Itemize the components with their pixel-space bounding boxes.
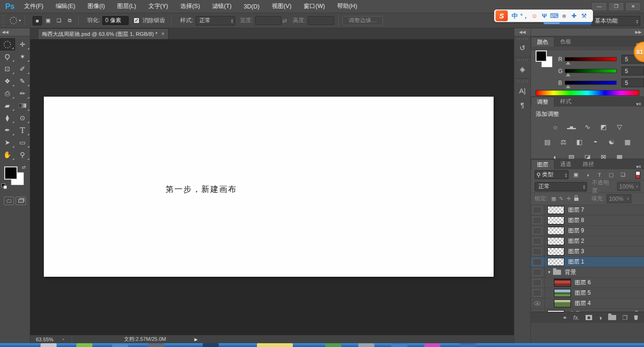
tab-swatches[interactable]: 色板 (554, 37, 577, 47)
tab-paths[interactable]: 路径 (577, 159, 600, 169)
dock-collapse-header[interactable]: ▶▶ (531, 28, 644, 36)
visibility-toggle[interactable] (533, 289, 542, 297)
tab-styles[interactable]: 样式 (554, 97, 577, 107)
tab-adjustments[interactable]: 调整 (531, 97, 554, 107)
green-slider[interactable] (565, 69, 617, 73)
taskbar-app[interactable] (148, 343, 164, 347)
layer-thumbnail[interactable] (554, 289, 571, 297)
tab-channels[interactable]: 通道 (554, 159, 577, 169)
punctuation-mode-icon[interactable]: °， (520, 12, 529, 20)
chinese-english-toggle-icon[interactable]: 中 (510, 12, 520, 20)
swap-dimensions-icon[interactable]: ⇄ (282, 17, 287, 24)
menu-view[interactable]: 视图(V) (265, 0, 297, 13)
menu-filter[interactable]: 滤镜(T) (206, 0, 238, 13)
strip-collapse-header[interactable]: ◀◀ (514, 28, 530, 36)
elliptical-marquee-tool[interactable] (0, 38, 15, 50)
menu-3d[interactable]: 3D(D) (238, 0, 265, 13)
menu-window[interactable]: 窗口(W) (297, 0, 331, 13)
layer-row[interactable]: 图层 8 (531, 215, 644, 226)
windows-taskbar[interactable] (0, 343, 644, 347)
opacity-dropdown[interactable]: 100% ▾ (617, 182, 640, 191)
default-colors-icon[interactable] (1, 183, 8, 189)
taskbar-app[interactable] (424, 343, 440, 347)
subtract-from-selection-button[interactable]: ❏ (54, 16, 64, 25)
channel-mixer-icon[interactable]: ☯ (606, 138, 617, 146)
visibility-toggle[interactable] (533, 217, 542, 224)
feather-input[interactable]: 0 像素 (102, 16, 129, 25)
layer-row[interactable]: 图层 2 (531, 236, 644, 247)
layer-group-row[interactable]: ▼ 背景 (531, 267, 644, 278)
width-input[interactable] (255, 16, 281, 25)
layer-row[interactable]: 图层 9 (531, 226, 644, 236)
slider-thumb[interactable] (566, 85, 570, 88)
photo-filter-icon[interactable]: ◓ (590, 138, 601, 146)
foreground-color-swatch[interactable] (4, 166, 17, 180)
spot-healing-brush-tool[interactable]: ❖ (0, 75, 15, 87)
new-group-icon[interactable] (608, 315, 616, 320)
document-tab[interactable]: 梅西大战周星驰.psd @ 63.6% (图层 1, RGB/8) * × (38, 28, 169, 39)
zoom-level-field[interactable]: 63.55% (30, 337, 61, 342)
taskbar-app[interactable] (391, 343, 407, 347)
add-layer-mask-icon[interactable] (586, 315, 592, 320)
menu-file[interactable]: 文件(F) (18, 0, 50, 13)
tab-layers[interactable]: 图层 (531, 159, 554, 169)
green-value-field[interactable]: 5 (621, 66, 644, 75)
group-expand-icon[interactable]: ▼ (547, 270, 551, 274)
filter-smart-objects-icon[interactable]: ❏ (619, 171, 627, 179)
blur-tool[interactable]: ⧫ (0, 112, 15, 124)
filter-shape-layers-icon[interactable]: ▢ (607, 171, 616, 179)
layer-row[interactable]: 图层 4 (531, 298, 644, 309)
tool-preset-picker[interactable]: ▾ (10, 17, 21, 24)
skin-center-icon[interactable]: ✚ (569, 12, 579, 19)
taskbar-app[interactable] (76, 343, 92, 347)
blend-mode-dropdown[interactable]: 正常 ▴▾ (535, 182, 587, 191)
lasso-tool[interactable]: Ϙ (0, 50, 15, 63)
visibility-toggle[interactable] (533, 248, 542, 255)
sogou-logo[interactable]: S (495, 10, 508, 21)
add-to-selection-button[interactable]: ▣ (43, 16, 53, 25)
taskbar-app[interactable] (112, 343, 128, 347)
height-input[interactable] (308, 16, 334, 25)
panel-menu-icon[interactable]: ▾≡ (636, 164, 641, 169)
brightness-contrast-icon[interactable]: ☼ (550, 123, 561, 131)
character-panel-icon[interactable]: A| (514, 83, 530, 98)
filter-pixel-layers-icon[interactable]: ▣ (571, 171, 580, 179)
account-icon[interactable]: ☻ (559, 12, 569, 19)
toolbox-wrench-icon[interactable]: ⚒ (579, 12, 589, 19)
close-button[interactable]: ✕ (625, 2, 641, 11)
swap-colors-icon[interactable]: ⇄ (22, 165, 25, 170)
taskbar-app[interactable] (358, 343, 374, 347)
layer-thumbnail[interactable] (547, 258, 564, 266)
blue-slider[interactable] (565, 81, 617, 85)
layer-thumbnail[interactable] (547, 237, 564, 245)
taskbar-app[interactable] (41, 343, 57, 347)
color-lookup-icon[interactable]: ▦ (622, 138, 633, 146)
slider-thumb[interactable] (566, 73, 570, 76)
hand-tool[interactable]: ✋ (0, 149, 15, 161)
workspace-switcher[interactable]: 基本功能 ▴▾ (591, 16, 640, 26)
crop-tool[interactable]: ⊡ (0, 63, 15, 75)
filter-type-layers-icon[interactable]: T (595, 171, 604, 179)
zoom-tool[interactable]: ⚲ (15, 149, 30, 161)
taskbar-app[interactable] (203, 343, 219, 347)
color-spectrum-ramp[interactable] (536, 90, 639, 96)
paragraph-panel-icon[interactable]: ¶ (514, 98, 530, 112)
new-adjustment-layer-icon[interactable]: ◑ (598, 314, 602, 322)
screen-mode-button[interactable] (16, 197, 26, 205)
menu-help[interactable]: 帮助(H) (331, 0, 363, 13)
quick-mask-button[interactable] (4, 197, 14, 205)
menu-layer[interactable]: 图层(L) (111, 0, 142, 13)
new-layer-icon[interactable]: ❐ (622, 314, 627, 321)
layer-filter-type-dropdown[interactable]: ⚲ 类型 ▴▾ (535, 170, 569, 179)
antialias-checkbox[interactable]: ✓ (133, 17, 140, 24)
pen-tool[interactable]: ✒ (0, 124, 15, 136)
canvas-workspace[interactable]: 第一步，新建画布 (30, 40, 514, 335)
brush-tool[interactable]: ✎ (15, 75, 30, 87)
layer-thumbnail[interactable] (547, 227, 564, 235)
exposure-icon[interactable]: ◩ (598, 123, 609, 131)
visibility-toggle[interactable] (533, 227, 542, 234)
eraser-tool[interactable]: ▰ (0, 99, 15, 112)
blue-value-field[interactable]: 5 (621, 78, 644, 87)
vibrance-icon[interactable]: ▽ (614, 123, 625, 131)
layer-row[interactable]: 图层 7 (531, 205, 644, 215)
